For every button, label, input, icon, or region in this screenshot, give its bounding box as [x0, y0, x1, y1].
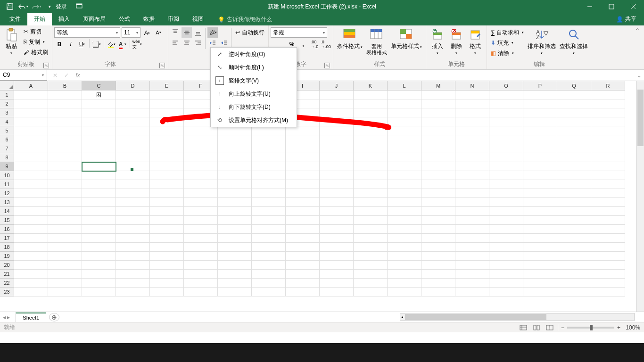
format-as-table-button[interactable]: 套用 表格格式	[364, 26, 389, 57]
cell-P21[interactable]	[523, 270, 557, 279]
cell-B1[interactable]	[48, 90, 82, 99]
col-header-N[interactable]: N	[455, 81, 489, 90]
font-color-button[interactable]: A▾	[117, 39, 128, 49]
cell-O22[interactable]	[489, 279, 523, 288]
autosum-button[interactable]: ∑自动求和▾	[489, 27, 526, 38]
comma-button[interactable]: ,	[298, 39, 308, 49]
cell-B14[interactable]	[48, 207, 82, 216]
cell-K17[interactable]	[354, 234, 388, 243]
cell-Q1[interactable]	[557, 90, 591, 99]
menu-rotate-up[interactable]: ↑向上旋转文字(U)	[211, 87, 297, 100]
cell-F8[interactable]	[184, 153, 218, 162]
cell-O2[interactable]	[489, 99, 523, 108]
cell-I10[interactable]	[286, 171, 320, 180]
cell-C2[interactable]	[82, 99, 116, 108]
row-header-7[interactable]: 7	[0, 144, 14, 153]
tab-home[interactable]: 开始	[27, 13, 52, 25]
cell-L20[interactable]	[388, 261, 421, 270]
undo-button[interactable]: ▾	[17, 1, 29, 12]
cell-D3[interactable]	[116, 108, 150, 117]
cell-J13[interactable]	[320, 198, 354, 207]
cell-J11[interactable]	[320, 180, 354, 189]
cell-G9[interactable]	[218, 162, 252, 171]
cell-A15[interactable]	[14, 216, 48, 225]
cell-A20[interactable]	[14, 261, 48, 270]
cell-G18[interactable]	[218, 243, 252, 252]
cell-J3[interactable]	[320, 108, 354, 117]
clipboard-launcher[interactable]: ⤡	[43, 63, 49, 68]
cell-N14[interactable]	[455, 207, 489, 216]
cell-E21[interactable]	[150, 270, 184, 279]
tab-formula[interactable]: 公式	[112, 13, 137, 25]
cell-G13[interactable]	[218, 198, 252, 207]
cell-A7[interactable]	[14, 144, 48, 153]
cell-R20[interactable]	[591, 261, 625, 270]
cell-L18[interactable]	[388, 243, 421, 252]
cell-Q3[interactable]	[557, 108, 591, 117]
cell-O19[interactable]	[489, 252, 523, 261]
cells-grid[interactable]: 困	[14, 90, 625, 296]
cell-A2[interactable]	[14, 99, 48, 108]
row-header-21[interactable]: 21	[0, 270, 14, 279]
cell-C5[interactable]	[82, 126, 116, 135]
cell-G12[interactable]	[218, 189, 252, 198]
cell-P18[interactable]	[523, 243, 557, 252]
cell-N5[interactable]	[455, 126, 489, 135]
col-header-P[interactable]: P	[523, 81, 557, 90]
increase-font-button[interactable]: A▴	[142, 27, 152, 38]
cell-B7[interactable]	[48, 144, 82, 153]
cell-Q16[interactable]	[557, 225, 591, 234]
cell-C8[interactable]	[82, 153, 116, 162]
cell-H11[interactable]	[252, 180, 286, 189]
cell-I9[interactable]	[286, 162, 320, 171]
cell-L4[interactable]	[388, 117, 421, 126]
cell-L2[interactable]	[388, 99, 421, 108]
cell-R7[interactable]	[591, 144, 625, 153]
cell-J4[interactable]	[320, 117, 354, 126]
row-header-3[interactable]: 3	[0, 108, 14, 117]
cell-J21[interactable]	[320, 270, 354, 279]
cell-N6[interactable]	[455, 135, 489, 144]
horizontal-scrollbar[interactable]: ◂	[400, 313, 635, 321]
cell-I18[interactable]	[286, 243, 320, 252]
redo-button[interactable]: ▾	[30, 1, 42, 12]
cell-Q6[interactable]	[557, 135, 591, 144]
cell-E19[interactable]	[150, 252, 184, 261]
phonetic-button[interactable]: wén文▾	[132, 39, 142, 49]
cell-K16[interactable]	[354, 225, 388, 234]
cell-O6[interactable]	[489, 135, 523, 144]
zoom-level[interactable]: 100%	[623, 324, 640, 331]
vertical-scrollbar[interactable]	[636, 81, 644, 312]
cell-O13[interactable]	[489, 198, 523, 207]
cell-M3[interactable]	[421, 108, 455, 117]
conditional-format-button[interactable]: 条件格式 ▾	[335, 26, 364, 51]
cell-B21[interactable]	[48, 270, 82, 279]
cell-I8[interactable]	[286, 153, 320, 162]
cell-L1[interactable]	[388, 90, 421, 99]
cell-M17[interactable]	[421, 234, 455, 243]
normal-view-button[interactable]	[518, 323, 528, 332]
cell-F17[interactable]	[184, 234, 218, 243]
clear-button[interactable]: ◧清除▾	[489, 48, 526, 58]
cell-E13[interactable]	[150, 198, 184, 207]
cell-E9[interactable]	[150, 162, 184, 171]
cell-H15[interactable]	[252, 216, 286, 225]
tab-file[interactable]: 文件	[3, 13, 27, 25]
login-link[interactable]: 登录	[56, 3, 67, 11]
cell-M4[interactable]	[421, 117, 455, 126]
cell-L15[interactable]	[388, 216, 421, 225]
cell-D21[interactable]	[116, 270, 150, 279]
cell-E2[interactable]	[150, 99, 184, 108]
cell-F15[interactable]	[184, 216, 218, 225]
increase-indent-button[interactable]	[219, 38, 229, 48]
cell-H20[interactable]	[252, 261, 286, 270]
cell-N22[interactable]	[455, 279, 489, 288]
menu-angle-cw[interactable]: ⤡顺时针角度(L)	[211, 61, 297, 74]
cell-D20[interactable]	[116, 261, 150, 270]
page-layout-view-button[interactable]	[531, 323, 542, 332]
cell-C18[interactable]	[82, 243, 116, 252]
cell-M6[interactable]	[421, 135, 455, 144]
format-cells-button[interactable]: 格式▾	[466, 26, 485, 57]
row-header-13[interactable]: 13	[0, 198, 14, 207]
cell-P22[interactable]	[523, 279, 557, 288]
